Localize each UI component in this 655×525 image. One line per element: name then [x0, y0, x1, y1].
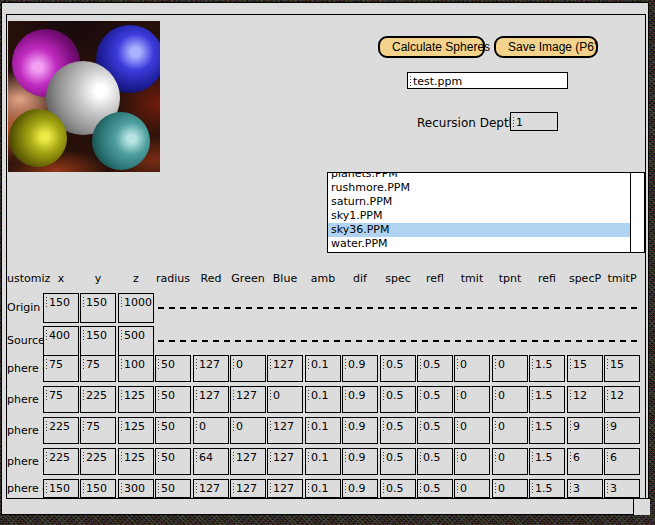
param-cell[interactable]: 150: [80, 326, 116, 356]
param-cell[interactable]: 0.9: [342, 386, 378, 413]
param-cell[interactable]: 0: [492, 479, 528, 498]
param-cell[interactable]: 64: [193, 448, 229, 475]
param-cell[interactable]: 225: [43, 417, 79, 444]
dashed-separator: [158, 307, 637, 309]
param-cell[interactable]: 127: [193, 355, 229, 382]
param-cell[interactable]: 0.5: [417, 448, 453, 475]
param-cell[interactable]: 127: [267, 417, 303, 444]
param-cell[interactable]: 1.5: [529, 479, 565, 498]
param-cell[interactable]: 1.5: [529, 417, 565, 444]
column-header-tmit: tmit: [453, 272, 491, 285]
param-cell[interactable]: 0.5: [380, 479, 416, 498]
param-cell[interactable]: 12: [567, 386, 603, 413]
param-cell[interactable]: 75: [43, 386, 79, 413]
param-cell[interactable]: 0.9: [342, 448, 378, 475]
param-cell[interactable]: 6: [604, 448, 640, 475]
param-cell[interactable]: 0: [492, 355, 528, 382]
param-cell[interactable]: 125: [118, 417, 154, 444]
param-cell[interactable]: 0.5: [380, 355, 416, 382]
param-cell[interactable]: 0: [454, 355, 490, 382]
param-cell[interactable]: 15: [604, 355, 640, 382]
param-cell[interactable]: 1.5: [529, 386, 565, 413]
param-cell[interactable]: 75: [43, 355, 79, 382]
param-cell[interactable]: 0.5: [417, 417, 453, 444]
param-cell[interactable]: 3: [604, 479, 640, 498]
param-cell[interactable]: 127: [193, 479, 229, 498]
param-cell[interactable]: 0.5: [380, 448, 416, 475]
param-cell[interactable]: 0: [454, 448, 490, 475]
row-label: Origin: [7, 293, 44, 323]
param-cell[interactable]: 0.1: [305, 417, 341, 444]
param-cell[interactable]: 0.5: [380, 386, 416, 413]
param-cell[interactable]: 125: [118, 386, 154, 413]
param-cell[interactable]: 0: [454, 479, 490, 498]
row-label: phere 2: [7, 417, 44, 444]
param-cell[interactable]: 0: [267, 386, 303, 413]
param-cell[interactable]: 0.5: [417, 386, 453, 413]
param-cell[interactable]: 0: [492, 417, 528, 444]
param-cell[interactable]: 50: [155, 417, 191, 444]
row-label: phere 1: [7, 386, 44, 413]
param-cell[interactable]: 6: [567, 448, 603, 475]
param-cell[interactable]: 0.1: [305, 355, 341, 382]
param-cell[interactable]: 225: [80, 386, 116, 413]
param-cell[interactable]: 50: [155, 448, 191, 475]
param-cell[interactable]: 0.1: [305, 448, 341, 475]
param-cell[interactable]: 225: [80, 448, 116, 475]
row-label: phere 4: [7, 479, 44, 498]
param-cell[interactable]: 100: [118, 355, 154, 382]
window-resize-grip[interactable]: [633, 498, 650, 515]
param-cell[interactable]: 127: [267, 448, 303, 475]
param-cell[interactable]: 125: [118, 448, 154, 475]
dashed-separator: [158, 340, 637, 342]
param-cell[interactable]: 0: [454, 386, 490, 413]
param-cell[interactable]: 1.5: [529, 355, 565, 382]
param-cell[interactable]: 9: [567, 417, 603, 444]
param-cell[interactable]: 50: [155, 355, 191, 382]
param-cell[interactable]: 0.5: [417, 479, 453, 498]
param-cell[interactable]: 225: [43, 448, 79, 475]
param-cell[interactable]: 0: [193, 417, 229, 444]
param-cell[interactable]: 0.1: [305, 479, 341, 498]
param-cell[interactable]: 300: [118, 479, 154, 498]
param-cell[interactable]: 500: [118, 326, 154, 356]
param-cell[interactable]: 127: [230, 448, 266, 475]
param-cell[interactable]: 127: [267, 479, 303, 498]
param-cell[interactable]: 0.9: [342, 355, 378, 382]
column-header-dif: dif: [341, 272, 379, 285]
param-cell[interactable]: 75: [80, 417, 116, 444]
param-cell[interactable]: 1000: [118, 293, 154, 323]
param-cell[interactable]: 0.1: [305, 386, 341, 413]
param-cell[interactable]: 0: [492, 448, 528, 475]
param-cell[interactable]: 150: [43, 479, 79, 498]
param-cell[interactable]: 0: [230, 417, 266, 444]
param-cell[interactable]: 0: [230, 355, 266, 382]
param-cell[interactable]: 127: [230, 479, 266, 498]
param-cell[interactable]: 0: [454, 417, 490, 444]
param-cell[interactable]: 150: [43, 293, 79, 323]
param-cell[interactable]: 0.5: [380, 417, 416, 444]
column-header-z: z: [117, 272, 155, 285]
param-cell[interactable]: 0.5: [417, 355, 453, 382]
param-cell[interactable]: 3: [567, 479, 603, 498]
param-cell[interactable]: 150: [80, 479, 116, 498]
param-cell[interactable]: 400: [43, 326, 79, 356]
column-header-refi: refi: [528, 272, 566, 285]
param-cell[interactable]: 15: [567, 355, 603, 382]
row-label: Source: [7, 326, 44, 356]
param-cell[interactable]: 50: [155, 386, 191, 413]
param-cell[interactable]: 1.5: [529, 448, 565, 475]
column-header-tpnt: tpnt: [491, 272, 529, 285]
param-cell[interactable]: 127: [193, 386, 229, 413]
param-cell[interactable]: 150: [80, 293, 116, 323]
param-cell[interactable]: 127: [267, 355, 303, 382]
column-header-refl: refl: [416, 272, 454, 285]
param-cell[interactable]: 0.9: [342, 417, 378, 444]
param-cell[interactable]: 50: [155, 479, 191, 498]
param-cell[interactable]: 127: [230, 386, 266, 413]
param-cell[interactable]: 9: [604, 417, 640, 444]
param-cell[interactable]: 0: [492, 386, 528, 413]
param-cell[interactable]: 75: [80, 355, 116, 382]
param-cell[interactable]: 0.9: [342, 479, 378, 498]
param-cell[interactable]: 12: [604, 386, 640, 413]
